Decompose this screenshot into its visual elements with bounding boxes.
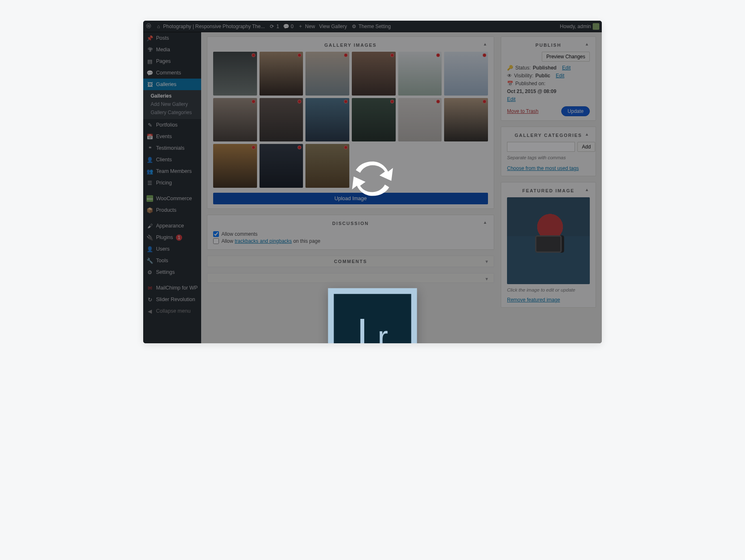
gallery-thumb[interactable]: [352, 52, 396, 96]
category-input[interactable]: [507, 142, 575, 152]
add-category-button[interactable]: Add: [577, 142, 595, 152]
preview-changes-button[interactable]: Preview Changes: [542, 52, 590, 62]
comments-count[interactable]: 💬0: [283, 24, 293, 29]
gallery-thumb[interactable]: [398, 98, 442, 142]
sidebar-item-pricing[interactable]: ☰Pricing: [143, 177, 201, 189]
choose-tags-link[interactable]: Choose from the most used tags: [507, 165, 579, 171]
delete-dot-icon[interactable]: [298, 53, 301, 57]
sidebar-item-comments[interactable]: 💬Comments: [143, 67, 201, 79]
sidebar-item-media[interactable]: 🎕Media: [143, 44, 201, 55]
avatar: [593, 23, 599, 30]
edit-status-link[interactable]: Edit: [562, 65, 571, 71]
delete-dot-icon[interactable]: [483, 53, 486, 57]
delete-dot-icon[interactable]: [252, 53, 255, 57]
sidebar-item-slider-revolution[interactable]: ↻Slider Revolution: [143, 294, 201, 305]
gallery-thumb[interactable]: [305, 98, 349, 142]
categories-heading: GALLERY CATEGORIES ▲: [507, 131, 590, 142]
sidebar-item-settings[interactable]: ⚙Settings: [143, 266, 201, 278]
key-icon: 🔑: [507, 65, 513, 71]
delete-dot-icon[interactable]: [298, 146, 301, 149]
delete-dot-icon[interactable]: [344, 53, 348, 57]
sidebar-item-galleries[interactable]: 🖼Galleries: [143, 79, 201, 90]
update-button[interactable]: Update: [561, 106, 590, 116]
sidebar-item-portfolios[interactable]: ✎Portfolios: [143, 119, 201, 131]
admin-bar: ⓦ ⌂Photography | Responsive Photography …: [143, 21, 602, 32]
view-gallery-link[interactable]: View Gallery: [319, 24, 347, 29]
sidebar-item-clients[interactable]: 👤Clients: [143, 154, 201, 165]
sidebar-collapse[interactable]: ◀Collapse menu: [143, 305, 201, 317]
gallery-thumb[interactable]: [213, 52, 257, 96]
gallery-images-heading: GALLERY IMAGES ▲: [213, 41, 488, 52]
plugins-count-badge: 1: [176, 235, 182, 241]
submenu-galleries[interactable]: Galleries: [149, 92, 201, 100]
delete-dot-icon[interactable]: [390, 100, 394, 103]
wp-logo-icon[interactable]: ⓦ: [146, 24, 151, 29]
toggle-icon[interactable]: ▲: [585, 132, 590, 136]
sidebar-item-plugins[interactable]: 🔌Plugins 1: [143, 232, 201, 243]
delete-dot-icon[interactable]: [436, 100, 440, 103]
categories-note: Separate tags with commas: [507, 155, 590, 160]
user-greeting[interactable]: Howdy, admin: [560, 23, 599, 30]
updates-count[interactable]: ⟳1: [269, 24, 279, 29]
toggle-icon[interactable]: ▲: [483, 42, 488, 46]
allow-comments-checkbox[interactable]: [213, 231, 219, 237]
sync-icon: [346, 152, 399, 206]
delete-dot-icon[interactable]: [483, 100, 486, 103]
toggle-icon[interactable]: ▲: [585, 42, 590, 46]
sidebar-item-appearance[interactable]: 🖌Appearance: [143, 220, 201, 232]
sidebar-item-woocommerce[interactable]: wooWooCommerce: [143, 193, 201, 204]
theme-setting-link[interactable]: ⚙Theme Setting: [351, 24, 391, 29]
allow-trackbacks-checkbox[interactable]: [213, 238, 219, 244]
gallery-thumb[interactable]: [305, 144, 349, 188]
move-to-trash-link[interactable]: Move to Trash: [507, 108, 538, 114]
toggle-icon[interactable]: ▼: [485, 277, 490, 281]
delete-dot-icon[interactable]: [252, 100, 255, 103]
submenu-add-new-gallery[interactable]: Add New Gallery: [149, 100, 201, 108]
gallery-thumb[interactable]: [260, 52, 303, 96]
edit-date-link[interactable]: Edit: [507, 96, 516, 102]
sidebar-item-products[interactable]: 📦Products: [143, 204, 201, 216]
collapsed-panel[interactable]: ▼: [207, 273, 494, 283]
remove-featured-link[interactable]: Remove featured image: [507, 297, 560, 303]
gallery-thumb[interactable]: [444, 98, 488, 142]
gallery-thumb[interactable]: [260, 144, 303, 188]
delete-dot-icon[interactable]: [344, 100, 348, 103]
edit-visibility-link[interactable]: Edit: [556, 73, 565, 79]
gallery-thumb[interactable]: [444, 52, 488, 96]
delete-dot-icon[interactable]: [436, 53, 440, 57]
discussion-panel: DISCUSSION ▲ Allow comments Allow trackb…: [207, 215, 494, 250]
gallery-thumb[interactable]: [305, 52, 349, 96]
eye-icon: 👁: [507, 73, 512, 79]
delete-dot-icon[interactable]: [344, 146, 348, 149]
comments-panel[interactable]: COMMENTS ▼: [207, 256, 494, 267]
sidebar-item-mailchimp[interactable]: ✉MailChimp for WP: [143, 282, 201, 294]
allow-comments-label: Allow comments: [221, 231, 257, 237]
submenu-gallery-categories[interactable]: Gallery Categories: [149, 108, 201, 117]
sidebar-item-tools[interactable]: 🔧Tools: [143, 255, 201, 266]
gallery-thumb[interactable]: [352, 98, 396, 142]
sidebar-item-events[interactable]: 📅Events: [143, 131, 201, 142]
sidebar-item-posts[interactable]: 📌Posts: [143, 32, 201, 44]
delete-dot-icon[interactable]: [298, 100, 301, 103]
toggle-icon[interactable]: ▲: [483, 220, 488, 225]
toggle-icon[interactable]: ▼: [485, 259, 490, 264]
toggle-icon[interactable]: ▲: [585, 187, 590, 192]
site-link[interactable]: ⌂Photography | Responsive Photography Th…: [156, 24, 265, 29]
sidebar-item-team-members[interactable]: 👥Team Members: [143, 165, 201, 177]
delete-dot-icon[interactable]: [252, 146, 255, 149]
sidebar-item-testimonials[interactable]: ❝Testimonials: [143, 142, 201, 154]
gallery-thumb[interactable]: [213, 98, 257, 142]
gallery-thumb[interactable]: [213, 144, 257, 188]
featured-image[interactable]: [507, 197, 590, 284]
lightroom-badge: Lr: [328, 288, 417, 343]
trackbacks-link[interactable]: trackbacks and pingbacks: [235, 238, 292, 244]
publish-panel: PUBLISH ▲ Preview Changes 🔑 Status: Publ…: [501, 36, 596, 121]
delete-dot-icon[interactable]: [390, 53, 394, 57]
new-button[interactable]: ＋New: [298, 24, 315, 29]
sidebar-item-pages[interactable]: ▤Pages: [143, 55, 201, 67]
gallery-thumb[interactable]: [260, 98, 303, 142]
gallery-thumb[interactable]: [398, 52, 442, 96]
publish-heading: PUBLISH ▲: [507, 41, 590, 52]
sidebar-item-users[interactable]: 👤Users: [143, 243, 201, 255]
admin-sidebar: 📌Posts 🎕Media ▤Pages 💬Comments 🖼Gallerie…: [143, 32, 201, 343]
